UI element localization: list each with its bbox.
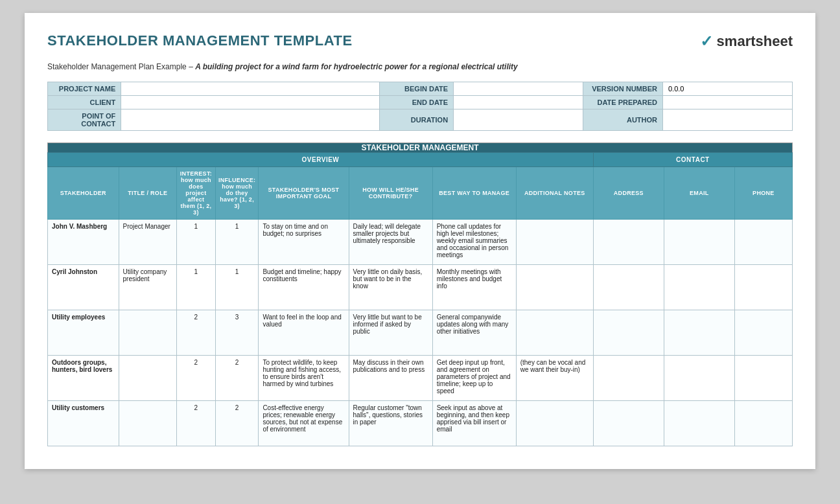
- table-row: Utility employees23Want to feel in the l…: [48, 310, 793, 356]
- interest: 1: [176, 265, 215, 310]
- notes: [516, 310, 593, 356]
- interest: 2: [176, 401, 215, 446]
- page-title: STAKEHOLDER MANAGEMENT TEMPLATE: [47, 32, 353, 49]
- begin-date-value: [454, 82, 583, 96]
- phone: [734, 220, 792, 265]
- stakeholder-name: Cyril Johnston: [48, 265, 119, 310]
- email: [664, 310, 734, 356]
- col-important-goal: STAKEHOLDER'S MOST IMPORTANT GOAL: [259, 167, 349, 220]
- overview-section: OVERVIEW: [48, 153, 594, 167]
- info-table: PROJECT NAME BEGIN DATE VERSION NUMBER 0…: [47, 82, 793, 131]
- end-date-label: END DATE: [380, 96, 454, 109]
- begin-date-label: BEGIN DATE: [380, 82, 454, 96]
- author-value: [663, 109, 793, 131]
- author-label: AUTHOR: [583, 109, 663, 131]
- address: [593, 356, 664, 401]
- table-row: Outdoors groups, hunters, bird lovers22T…: [48, 356, 793, 401]
- influence: 3: [215, 310, 259, 356]
- table-row: John V. MashbergProject Manager11To stay…: [48, 220, 793, 265]
- date-prepared-value: [663, 96, 793, 109]
- best-way: Phone call updates for high level milest…: [432, 220, 516, 265]
- header: STAKEHOLDER MANAGEMENT TEMPLATE ✓ smarts…: [47, 32, 793, 51]
- title-role: [119, 310, 176, 356]
- main-header-row: STAKEHOLDER MANAGEMENT: [48, 143, 793, 153]
- best-way: General companywide updates along with m…: [432, 310, 516, 356]
- subtitle: Stakeholder Management Plan Example – A …: [47, 62, 793, 71]
- logo-smart: smart: [717, 33, 756, 49]
- col-interest: INTEREST: how much does project affect t…: [176, 167, 215, 220]
- contribute: May discuss in their own publications an…: [349, 356, 432, 401]
- interest: 1: [176, 220, 215, 265]
- influence: 2: [215, 356, 259, 401]
- col-title-role: TITLE / ROLE: [119, 167, 176, 220]
- poc-label: POINT OF CONTACT: [48, 109, 121, 131]
- interest: 2: [176, 356, 215, 401]
- contribute: Regular customer "town halls", questions…: [349, 401, 432, 446]
- end-date-value: [454, 96, 583, 109]
- email: [664, 265, 734, 310]
- project-name-label: PROJECT NAME: [48, 82, 121, 96]
- phone: [734, 310, 792, 356]
- logo-sheet: sheet: [756, 33, 793, 49]
- notes: (they can be vocal and we want their buy…: [516, 356, 593, 401]
- col-phone: PHONE: [734, 167, 792, 220]
- client-value: [121, 96, 380, 109]
- title-role: Project Manager: [119, 220, 176, 265]
- col-best-way: BEST WAY TO MANAGE: [432, 167, 516, 220]
- important-goal: Want to feel in the loop and valued: [259, 310, 349, 356]
- section-header-row: OVERVIEW CONTACT: [48, 153, 793, 167]
- important-goal: To protect wildlife, to keep hunting and…: [259, 356, 349, 401]
- client-label: CLIENT: [48, 96, 121, 109]
- important-goal: Budget and timeline; happy constituents: [259, 265, 349, 310]
- influence: 1: [215, 220, 259, 265]
- subtitle-prefix: Stakeholder Management Plan Example –: [47, 62, 195, 71]
- best-way: Monthly meetings with milestones and bud…: [432, 265, 516, 310]
- info-row-2: CLIENT END DATE DATE PREPARED: [48, 96, 793, 109]
- table-row: Cyril JohnstonUtility company president1…: [48, 265, 793, 310]
- influence: 1: [215, 265, 259, 310]
- logo: ✓ smartsheet: [700, 32, 793, 51]
- main-header: STAKEHOLDER MANAGEMENT: [48, 143, 793, 153]
- title-role: [119, 401, 176, 446]
- stakeholder-name: John V. Mashberg: [48, 220, 119, 265]
- title-role: [119, 356, 176, 401]
- date-prepared-label: DATE PREPARED: [583, 96, 663, 109]
- logo-check-icon: ✓: [700, 32, 713, 51]
- title-role: Utility company president: [119, 265, 176, 310]
- notes: [516, 265, 593, 310]
- stakeholder-table: STAKEHOLDER MANAGEMENT OVERVIEW CONTACT …: [47, 143, 793, 446]
- table-row: Utility customers22Cost-effective energy…: [48, 401, 793, 446]
- info-row-1: PROJECT NAME BEGIN DATE VERSION NUMBER 0…: [48, 82, 793, 96]
- phone: [734, 356, 792, 401]
- contribute: Daily lead; will delegate smaller projec…: [349, 220, 432, 265]
- contribute: Very little but want to be informed if a…: [349, 310, 432, 356]
- influence: 2: [215, 401, 259, 446]
- stakeholder-name: Utility employees: [48, 310, 119, 356]
- email: [664, 220, 734, 265]
- col-influence: INFLUENCE: how much do they have? (1, 2,…: [215, 167, 259, 220]
- stakeholder-name: Utility customers: [48, 401, 119, 446]
- important-goal: Cost-effective energy prices; renewable …: [259, 401, 349, 446]
- subtitle-italic: A building project for a wind farm for h…: [195, 62, 518, 71]
- email: [664, 356, 734, 401]
- col-address: ADDRESS: [593, 167, 664, 220]
- page: STAKEHOLDER MANAGEMENT TEMPLATE ✓ smarts…: [25, 13, 815, 469]
- interest: 2: [176, 310, 215, 356]
- col-notes: ADDITIONAL NOTES: [516, 167, 593, 220]
- version-number-value: 0.0.0: [663, 82, 793, 96]
- address: [593, 310, 664, 356]
- address: [593, 220, 664, 265]
- important-goal: To stay on time and on budget; no surpri…: [259, 220, 349, 265]
- logo-text: smartsheet: [717, 33, 793, 50]
- stakeholder-name: Outdoors groups, hunters, bird lovers: [48, 356, 119, 401]
- col-contribute: HOW WILL HE/SHE CONTRIBUTE?: [349, 167, 432, 220]
- address: [593, 265, 664, 310]
- phone: [734, 265, 792, 310]
- notes: [516, 401, 593, 446]
- col-email: EMAIL: [664, 167, 734, 220]
- contact-section: CONTACT: [593, 153, 792, 167]
- best-way: Get deep input up front, and agreement o…: [432, 356, 516, 401]
- contribute: Very little on daily basis, but want to …: [349, 265, 432, 310]
- notes: [516, 220, 593, 265]
- address: [593, 401, 664, 446]
